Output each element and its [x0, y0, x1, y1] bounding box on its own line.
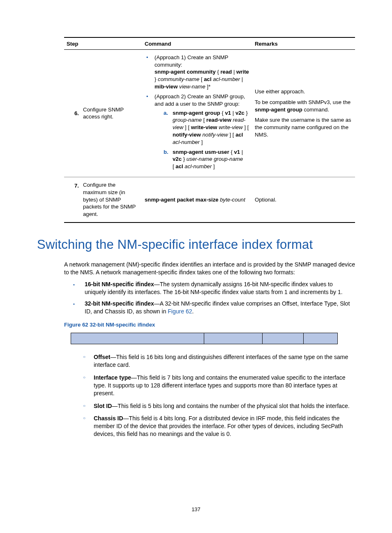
approach-2: (Approach 2) Create an SNMP group, and a… — [145, 93, 250, 170]
field-description-list: Offset—This field is 16 bits long and di… — [64, 353, 355, 438]
step-desc: Configure SNMP access right. — [81, 49, 142, 177]
step-command: snmp-agent packet max-size byte-count — [142, 177, 252, 223]
list-item: 16-bit NM-specific ifindex—The system dy… — [64, 280, 355, 296]
col-remarks: Remarks — [252, 37, 355, 49]
step-desc: Configure the maximum size (in bytes) of… — [81, 177, 142, 223]
step-remarks: Optional. — [252, 177, 355, 223]
substep-a: a. snmp-agent group { v1 | v2c } group-n… — [164, 109, 250, 146]
page: Step Command Remarks 6. Configure SNMP a… — [0, 0, 392, 533]
step-remarks: Use either approach. To be compatible wi… — [252, 49, 355, 177]
table-row: 6. Configure SNMP access right. (Approac… — [64, 49, 355, 177]
table-header-row: Step Command Remarks — [64, 37, 355, 49]
list-item: Chassis ID—This field is 4 bits long. Fo… — [64, 415, 355, 438]
list-item: 32-bit NM-specific ifindex—A 32-bit NM-s… — [64, 300, 355, 315]
col-step: Step — [64, 37, 142, 49]
table-row: 7. Configure the maximum size (in bytes)… — [64, 177, 355, 223]
col-command: Command — [142, 37, 252, 49]
figure-link[interactable]: Figure 62 — [168, 308, 192, 315]
segment-offset — [71, 333, 204, 344]
list-item: Interface type—This field is 7 bits long… — [64, 374, 355, 397]
substep-b: b. snmp-agent usm-user { v1 | v2c } user… — [164, 148, 250, 170]
intro-paragraph: A network management (NM)-specific ifind… — [64, 261, 355, 276]
page-number: 137 — [0, 506, 392, 513]
config-steps-table: Step Command Remarks 6. Configure SNMP a… — [64, 37, 355, 223]
step-number: 6. — [64, 49, 81, 177]
ifindex-format-list: 16-bit NM-specific ifindex—The system dy… — [64, 280, 355, 316]
segment-chassis-id — [304, 333, 337, 344]
figure-caption: Figure 62 32-bit NM-specific ifindex — [64, 321, 355, 329]
list-item: Offset—This field is 16 bits long and di… — [64, 353, 355, 369]
segment-interface-type — [204, 333, 263, 344]
section-heading: Switching the NM-specific interface inde… — [37, 236, 355, 253]
step-number: 7. — [64, 177, 81, 223]
segment-slot-id — [263, 333, 304, 344]
step-command: (Approach 1) Create an SNMP community: s… — [142, 49, 252, 177]
figure-62-ifindex-layout — [71, 333, 338, 344]
approach-1: (Approach 1) Create an SNMP community: s… — [145, 54, 250, 90]
list-item: Slot ID—This field is 5 bits long and co… — [64, 402, 355, 410]
